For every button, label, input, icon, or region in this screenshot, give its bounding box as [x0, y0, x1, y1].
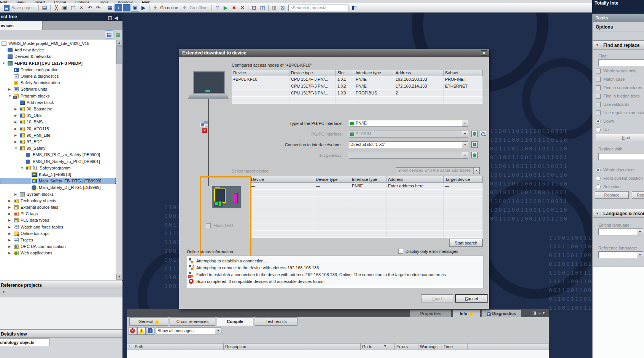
access-table-cell[interactable]: PROFIBUS	[354, 90, 394, 97]
reference-projects-header[interactable]: Reference projects	[0, 281, 122, 289]
reference-language-dropdown[interactable]: ▼	[598, 251, 643, 258]
tree-item[interactable]: Main_Safety_DI_RTG1 [DB9999]	[0, 184, 116, 191]
target-table-cell[interactable]	[444, 224, 483, 231]
tree-item[interactable]: ▶PLC data types	[0, 217, 116, 224]
scroll-down-icon[interactable]: ▼	[116, 274, 122, 280]
highlight-interface-button[interactable]	[471, 141, 478, 148]
access-table-cell[interactable]	[444, 97, 483, 104]
delete-icon[interactable]: ×	[78, 4, 85, 11]
target-table-cell[interactable]	[350, 203, 386, 210]
save-icon[interactable]	[3, 4, 10, 11]
menu-item-window[interactable]: Window	[118, 0, 133, 3]
find-input[interactable]	[598, 59, 644, 66]
expand-node-icon[interactable]: ▶	[8, 243, 11, 250]
tree-item[interactable]: ▶Traces	[0, 237, 116, 243]
target-table-cell[interactable]	[250, 210, 314, 217]
tree-item[interactable]: ▼+BP01-KF10 [CPU 1517F-3 PN/DP]	[0, 60, 116, 67]
access-table-cell[interactable]: CPU 1517F-3 PN/...	[289, 76, 336, 83]
access-table-cell[interactable]: 172.168.214.133	[394, 83, 444, 90]
chevron-down-icon[interactable]: ▼	[637, 252, 643, 258]
expand-node-icon[interactable]: ▶	[8, 198, 11, 204]
access-table-cell[interactable]: PN/IE	[354, 83, 394, 90]
message-column-header[interactable]: Description	[224, 343, 361, 350]
scroll-thumb[interactable]	[116, 46, 122, 64]
chevron-down-icon[interactable]: ▼	[594, 211, 601, 216]
message-column-header[interactable]: Time	[442, 343, 468, 350]
menu-item-help[interactable]: Help	[142, 0, 151, 3]
tab-compile[interactable]: Compile	[217, 317, 253, 326]
expand-node-icon[interactable]: ▶	[8, 211, 11, 217]
access-table-cell[interactable]	[232, 83, 289, 90]
close-icon[interactable]: ✕	[481, 50, 487, 56]
menu-item-insert[interactable]: Insert	[35, 0, 45, 3]
compile-icon[interactable]: ▦	[106, 4, 114, 11]
tree-item[interactable]: ▶Technology objects	[0, 198, 116, 204]
access-table-cell[interactable]: 1 X1	[336, 76, 354, 83]
expand-node-icon[interactable]: ▶	[14, 139, 17, 145]
expand-node-icon[interactable]: ▶	[14, 132, 17, 139]
target-table-header-cell[interactable]: Device	[250, 176, 314, 183]
details-view-header[interactable]: Details view	[0, 329, 122, 338]
tree-item[interactable]: ▶97_BDE	[0, 139, 116, 145]
menu-item-online[interactable]: Online	[54, 0, 66, 3]
target-table-cell[interactable]	[314, 197, 350, 203]
tree-item[interactable]: ▼Program blocks	[0, 93, 116, 99]
access-table-cell[interactable]: 2	[394, 90, 444, 97]
tree-item[interactable]: Devices & networks	[0, 53, 116, 60]
portal-view-icon[interactable]: ◧	[350, 4, 358, 11]
start-simulation-icon[interactable]: ▣	[131, 4, 139, 11]
tree-item[interactable]: ▶Software units	[0, 86, 116, 93]
access-table-cell[interactable]	[336, 97, 354, 104]
access-table-cell[interactable]: ETHERNET	[444, 83, 483, 90]
checkbox-use-regular-expressions[interactable]	[596, 110, 601, 115]
accessible-devices-icon[interactable]: ?	[213, 4, 221, 11]
form-dropdown-pgpc-type[interactable]: PN/IE▼	[349, 120, 468, 127]
expand-node-icon[interactable]: ▶	[8, 204, 11, 211]
access-table-cell[interactable]: +BP01-KF10	[232, 76, 289, 83]
replace-all-button[interactable]: Replace all	[632, 191, 644, 199]
access-table-cell[interactable]: PROFINET	[444, 76, 483, 83]
go-online-icon[interactable]	[151, 4, 159, 11]
chevron-down-icon[interactable]: ▼	[462, 152, 468, 158]
radio-down[interactable]	[596, 119, 601, 124]
target-table-cell[interactable]	[386, 190, 444, 197]
reset-layout-icon[interactable]: ⊠	[279, 4, 286, 11]
tab-properties[interactable]: Properties	[410, 310, 451, 317]
target-table-cell[interactable]: —	[314, 183, 350, 190]
collapse-node-icon[interactable]: ▼	[2, 60, 5, 67]
tree-item[interactable]: ▶Web applications	[0, 250, 116, 256]
target-table-cell[interactable]	[250, 217, 314, 224]
refresh-tree-icon[interactable]: ▦	[114, 31, 122, 38]
tree-scrollbar[interactable]: ▲ ▼	[116, 40, 122, 280]
collapse-node-icon[interactable]: ▼	[21, 165, 24, 171]
access-table-cell[interactable]: CPU 1517F-3 PN/...	[289, 83, 336, 90]
target-table-cell[interactable]	[350, 231, 386, 238]
runtime-icon[interactable]: ▶	[140, 4, 147, 11]
message-column-header[interactable]: Path	[133, 343, 224, 350]
filter-info-button[interactable]: i	[146, 327, 154, 335]
expand-node-icon[interactable]: ▶	[14, 106, 17, 112]
message-column-header[interactable]: !	[127, 343, 133, 350]
message-column-header[interactable]: ?	[382, 343, 395, 350]
tab-test-results[interactable]: Test results	[255, 317, 297, 326]
target-table-cell[interactable]	[350, 210, 386, 217]
tab-devices[interactable]: evices	[0, 21, 43, 30]
target-table-cell[interactable]	[250, 190, 314, 197]
editing-language-dropdown[interactable]: ▼	[598, 229, 643, 235]
tree-item[interactable]: Add new block	[0, 99, 116, 106]
section-languages-resources[interactable]: ▼ Languages & resources	[593, 209, 644, 218]
highlight-interface-button[interactable]	[471, 152, 478, 158]
target-table-cell[interactable]	[444, 190, 483, 197]
target-table-header-cell[interactable]: Target device	[444, 176, 483, 183]
tree-item[interactable]: ▶90_HMI_Lite	[0, 132, 116, 139]
menu-panel-icon[interactable]: ≡	[538, 310, 542, 315]
start-search-button[interactable]: Start search	[449, 239, 483, 247]
target-table-header-cell[interactable]: Interface type	[350, 176, 386, 183]
float-panel-icon[interactable]: ◨	[533, 310, 538, 315]
expand-node-icon[interactable]: ▶	[8, 230, 11, 237]
tree-item[interactable]: Kuka_1 [FB9910]	[0, 171, 116, 178]
access-table-cell[interactable]	[232, 90, 289, 97]
split-editor-vertical-icon[interactable]: ◫	[259, 4, 266, 11]
tree-item[interactable]: VWBS_Musterprojekt_HMI_Lite_V820_V18	[0, 40, 116, 47]
expand-node-icon[interactable]: ▶	[14, 112, 17, 119]
